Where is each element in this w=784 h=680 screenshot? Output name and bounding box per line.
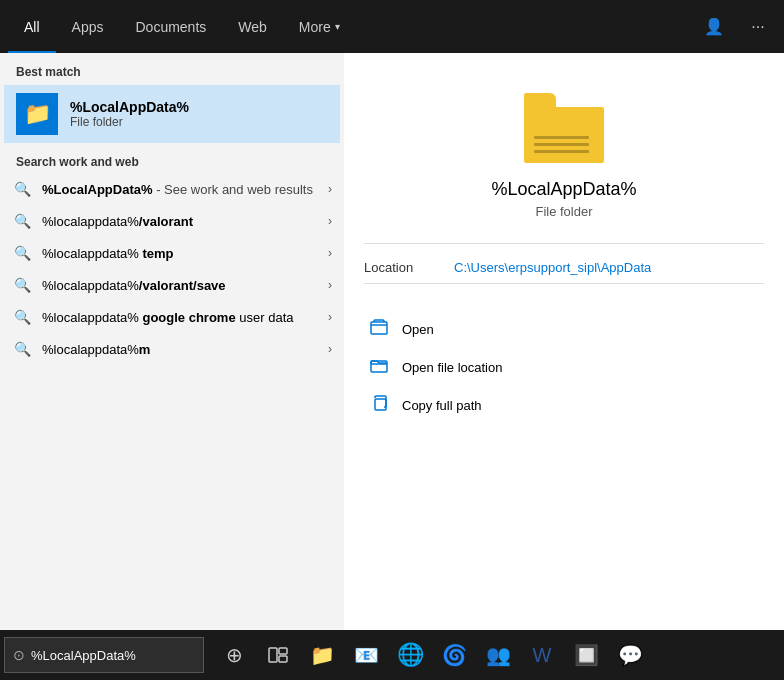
list-item-text: %LocalAppData% - See work and web result… — [42, 182, 318, 197]
taskbar: ⊙ ⊕ 📁 📧 🌐 🌀 👥 W 🔲 💬 — [0, 630, 784, 680]
taskbar-teams-icon[interactable]: 👥 — [476, 630, 520, 680]
detail-location-row: Location C:\Users\erpsupport_sipl\AppDat… — [364, 260, 764, 275]
taskbar-outlook-icon[interactable]: 📧 — [344, 630, 388, 680]
search-web-label: Search work and web — [0, 147, 344, 173]
list-item[interactable]: 🔍 %localappdata% google chrome user data… — [0, 301, 344, 333]
copy-icon — [368, 394, 390, 416]
taskbar-unknown-icon[interactable]: 🔲 — [564, 630, 608, 680]
list-item-text: %localappdata% temp — [42, 246, 318, 261]
list-item[interactable]: 🔍 %localappdata% temp › — [0, 237, 344, 269]
taskbar-search-icon: ⊙ — [13, 647, 25, 663]
action-open-label: Open — [402, 322, 434, 337]
list-item-text: %localappdata%m — [42, 342, 318, 357]
chevron-right-icon: › — [328, 214, 332, 228]
taskbar-edge-icon[interactable]: 🌀 — [432, 630, 476, 680]
action-copy-full-path[interactable]: Copy full path — [364, 388, 764, 422]
action-open-file-location[interactable]: Open file location — [364, 350, 764, 384]
taskbar-search-input[interactable] — [31, 648, 181, 663]
divider2 — [364, 283, 764, 284]
taskbar-chrome-icon[interactable]: 🌐 — [388, 630, 432, 680]
chevron-right-icon: › — [328, 310, 332, 324]
search-icon: 🔍 — [12, 277, 32, 293]
taskbar-taskview-icon[interactable] — [256, 630, 300, 680]
search-icon: 🔍 — [12, 181, 32, 197]
action-open-file-location-label: Open file location — [402, 360, 502, 375]
search-icon: 🔍 — [12, 213, 32, 229]
action-copy-full-path-label: Copy full path — [402, 398, 482, 413]
taskbar-explorer-icon[interactable]: 📁 — [300, 630, 344, 680]
left-panel: Best match 📁 %LocalAppData% File folder … — [0, 53, 344, 630]
result-subtitle: File folder — [535, 204, 592, 219]
best-match-type: File folder — [70, 115, 189, 129]
location-path[interactable]: C:\Users\erpsupport_sipl\AppData — [454, 260, 651, 275]
taskbar-word-icon[interactable]: W — [520, 630, 564, 680]
ellipsis-icon[interactable]: ··· — [740, 9, 776, 45]
main-content: Best match 📁 %LocalAppData% File folder … — [0, 53, 784, 630]
folder-line — [534, 136, 589, 139]
chevron-right-icon: › — [328, 278, 332, 292]
best-match-label: Best match — [0, 53, 344, 85]
list-item-text: %localappdata% google chrome user data — [42, 310, 318, 325]
action-open[interactable]: Open — [364, 312, 764, 346]
folder-body — [524, 107, 604, 163]
search-icon: 🔍 — [12, 309, 32, 325]
folder-line — [534, 150, 589, 153]
top-nav: All Apps Documents Web More ▾ 👤 ··· — [0, 0, 784, 53]
chevron-right-icon: › — [328, 246, 332, 260]
list-item-text: %localappdata%/valorant — [42, 214, 318, 229]
search-icon: 🔍 — [12, 341, 32, 357]
folder-line — [534, 143, 589, 146]
svg-rect-4 — [279, 648, 287, 654]
tab-all[interactable]: All — [8, 0, 56, 53]
best-match-item[interactable]: 📁 %LocalAppData% File folder — [4, 85, 340, 143]
list-item[interactable]: 🔍 %localappdata%m › — [0, 333, 344, 365]
svg-rect-2 — [375, 399, 386, 410]
location-label: Location — [364, 260, 454, 275]
list-item-text: %localappdata%/valorant/save — [42, 278, 318, 293]
tab-web[interactable]: Web — [222, 0, 283, 53]
feedback-icon[interactable]: 👤 — [696, 9, 732, 45]
taskbar-cortana-icon[interactable]: ⊕ — [212, 630, 256, 680]
right-panel: %LocalAppData% File folder Location C:\U… — [344, 53, 784, 630]
tab-more[interactable]: More ▾ — [283, 0, 356, 53]
svg-rect-5 — [279, 656, 287, 662]
svg-rect-0 — [371, 322, 387, 334]
list-item[interactable]: 🔍 %localappdata%/valorant › — [0, 205, 344, 237]
best-match-text: %LocalAppData% File folder — [70, 99, 189, 129]
chevron-right-icon: › — [328, 182, 332, 196]
actions-section: Open Open file location — [364, 312, 764, 422]
nav-right-icons: 👤 ··· — [696, 9, 776, 45]
best-match-folder-icon: 📁 — [16, 93, 58, 135]
chevron-down-icon: ▾ — [335, 21, 340, 32]
tab-documents[interactable]: Documents — [119, 0, 222, 53]
list-item[interactable]: 🔍 %localappdata%/valorant/save › — [0, 269, 344, 301]
taskbar-discord-icon[interactable]: 💬 — [608, 630, 652, 680]
svg-rect-3 — [269, 648, 277, 662]
open-location-icon — [368, 356, 390, 378]
taskbar-search-box[interactable]: ⊙ — [4, 637, 204, 673]
best-match-name: %LocalAppData% — [70, 99, 189, 115]
tab-apps[interactable]: Apps — [56, 0, 120, 53]
open-icon — [368, 318, 390, 340]
chevron-right-icon: › — [328, 342, 332, 356]
folder-icon-large — [524, 93, 604, 163]
divider — [364, 243, 764, 244]
result-title: %LocalAppData% — [491, 179, 636, 200]
list-item[interactable]: 🔍 %LocalAppData% - See work and web resu… — [0, 173, 344, 205]
search-icon: 🔍 — [12, 245, 32, 261]
folder-lines — [534, 136, 589, 153]
